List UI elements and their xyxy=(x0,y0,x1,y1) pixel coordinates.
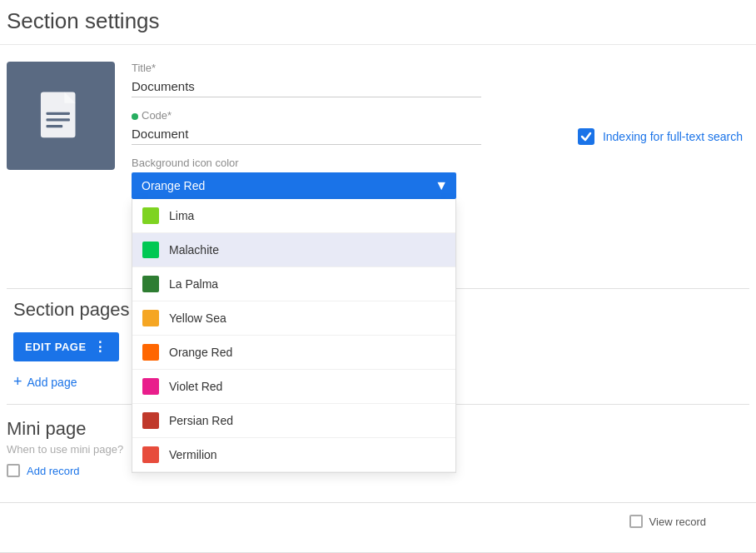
title-label: Title* xyxy=(132,62,481,74)
view-record-label: View record xyxy=(649,516,706,528)
section-icon xyxy=(7,62,115,170)
color-name: Lima xyxy=(169,209,194,222)
edit-page-button[interactable]: EDIT PAGE ⋮ xyxy=(13,332,119,361)
list-item[interactable]: Vermilion xyxy=(132,438,455,472)
check-icon xyxy=(580,131,592,142)
title-value: Documents xyxy=(132,76,481,97)
add-record-label: Add record xyxy=(27,465,80,477)
color-name: Yellow Sea xyxy=(169,311,226,325)
plus-icon: + xyxy=(13,373,22,391)
chevron-down-icon: ▼ xyxy=(435,178,448,193)
page-title: Section settings xyxy=(0,0,756,45)
color-name: Vermilion xyxy=(169,448,217,461)
view-record-section: View record xyxy=(629,515,706,528)
indexing-text: Indexing for full-text search xyxy=(603,130,743,143)
svg-rect-4 xyxy=(47,125,63,127)
mini-page-subtitle: When to use mini page? xyxy=(7,443,123,456)
title-group: Title* Documents xyxy=(132,62,481,97)
color-name: Persian Red xyxy=(169,414,233,427)
list-item[interactable]: Persian Red xyxy=(132,404,455,438)
list-item[interactable]: La Palma xyxy=(132,267,455,301)
list-item[interactable]: Violet Red xyxy=(132,370,455,404)
bg-color-label: Background icon color xyxy=(132,157,481,169)
list-item[interactable]: Lima xyxy=(132,199,455,233)
edit-page-label: EDIT PAGE xyxy=(25,341,87,353)
code-status-dot xyxy=(132,113,138,120)
color-swatch xyxy=(142,344,159,361)
mini-page-title: Mini page xyxy=(7,418,123,440)
dropdown-selected[interactable]: Orange Red ▼ xyxy=(132,172,456,199)
svg-rect-3 xyxy=(47,118,70,121)
list-item[interactable]: Orange Red xyxy=(132,336,455,370)
color-swatch xyxy=(142,276,159,292)
color-name: La Palma xyxy=(169,277,218,291)
color-swatch xyxy=(142,378,159,395)
color-swatch xyxy=(142,310,159,326)
svg-rect-2 xyxy=(47,112,70,115)
dropdown-menu: LimaMalachiteLa PalmaYellow SeaOrange Re… xyxy=(132,199,456,473)
add-record-checkbox[interactable] xyxy=(7,464,20,477)
bg-color-group: Background icon color Orange Red ▼ LimaM… xyxy=(132,157,481,199)
list-item[interactable]: Malachite xyxy=(132,233,455,267)
color-swatch xyxy=(142,446,159,463)
color-name: Orange Red xyxy=(169,346,232,359)
color-name: Violet Red xyxy=(169,380,222,393)
add-page-label: Add page xyxy=(27,376,77,389)
color-swatch xyxy=(142,207,159,224)
code-label: Code* xyxy=(142,109,172,122)
color-swatch xyxy=(142,412,159,429)
edit-page-dots-icon: ⋮ xyxy=(93,339,107,355)
color-swatch xyxy=(142,242,159,258)
view-record-checkbox[interactable] xyxy=(629,515,643,528)
code-group: Code* Document xyxy=(132,109,481,145)
add-record-row[interactable]: Add record xyxy=(7,464,123,477)
indexing-section: Indexing for full-text search xyxy=(578,62,743,211)
form-area: Title* Documents Code* Document Backgrou… xyxy=(132,62,481,211)
indexing-label[interactable]: Indexing for full-text search xyxy=(578,128,743,145)
dropdown-selected-text: Orange Red xyxy=(142,179,205,192)
color-dropdown[interactable]: Orange Red ▼ LimaMalachiteLa PalmaYellow… xyxy=(132,172,456,199)
list-item[interactable]: Yellow Sea xyxy=(132,301,455,336)
document-icon xyxy=(32,87,90,145)
color-name: Malachite xyxy=(169,243,219,257)
code-value: Document xyxy=(132,123,481,145)
indexing-checkbox[interactable] xyxy=(578,128,594,145)
